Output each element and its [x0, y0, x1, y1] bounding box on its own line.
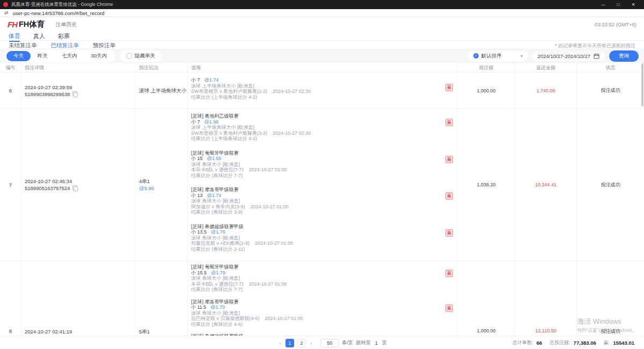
minimize-button[interactable]: —: [596, 0, 611, 9]
site-favicon-icon: [3, 2, 8, 7]
filter-7days[interactable]: 七天内: [55, 51, 84, 61]
tab-live[interactable]: 真人: [33, 32, 45, 40]
total-win-value: 15543.01: [613, 340, 634, 346]
per-page-label: 条/页: [342, 339, 353, 346]
bet-leg: [足球] 奥地利乙级联赛 小 7@1.96 滚球 上半场角球大小 [欧洲盘] S…: [191, 113, 457, 142]
summary-totals: 总计单数: 66 总投注额: 77,383.06 赢: 15543.01: [513, 336, 639, 349]
browser-titlebar: 凤凰体育-亚洲在线体育竞猜优选 - Google Chrome — □ ✕: [0, 0, 644, 9]
play-total-odds: @9.96: [139, 185, 154, 192]
filter-bar: 今天 昨天 七天内 30天内 隐藏串关 ✓ 默认排序 ▾ 2024/10/27-…: [0, 48, 644, 63]
payout-amount: 10,344.41: [515, 109, 577, 260]
sort-icon: ✓: [473, 53, 479, 59]
leg-result-badge: 赢: [445, 229, 453, 237]
tab-switch-icon[interactable]: ⇄: [4, 10, 9, 16]
col-header-amount: 投注额: [458, 63, 515, 72]
tab-lottery[interactable]: 彩票: [58, 32, 70, 40]
leg-market: 滚球 角球大小 [欧洲盘]: [191, 275, 457, 281]
bet-id: 5189905163797524: [25, 185, 70, 191]
leg-result: 结果比分 (角球比分 7-7): [191, 287, 457, 293]
close-button[interactable]: ✕: [626, 0, 641, 9]
bet-leg: [足球] 葡萄牙甲级联赛 小 15@1.66 滚球 角球大小 [欧洲盘] 本菲卡…: [191, 150, 457, 179]
leg-selection: 小 13.5: [191, 229, 207, 235]
total-count-value: 66: [537, 340, 543, 346]
server-clock: 03:33:52 (GMT+8): [595, 21, 636, 27]
bet-leg: [足球] 葡萄牙甲级联赛 小 15.5@1.79 滚球 角球大小 [欧洲盘] 本…: [191, 264, 457, 293]
tab-sports[interactable]: 体育: [9, 32, 20, 40]
address-url[interactable]: user-pc-new.14r53786.com/#/bet_record: [13, 10, 105, 16]
scrollbar-thumb[interactable]: [641, 63, 643, 106]
filter-today[interactable]: 今天: [6, 51, 31, 61]
total-amount-value: 77,383.06: [574, 340, 596, 346]
page-2-button[interactable]: 2: [297, 339, 306, 347]
col-header-detail: 投注详情: [21, 63, 136, 72]
logo-text: FH体育: [19, 19, 45, 30]
screen: 凤凰体育-亚洲在线体育竞猜优选 - Google Chrome — □ ✕ ⇄ …: [0, 0, 644, 349]
col-header-payout: 返还金额: [515, 63, 577, 72]
jump-page-input[interactable]: 1: [374, 340, 379, 346]
col-header-no: 编号: [0, 63, 21, 72]
leg-odds: @1.74: [207, 193, 222, 198]
copy-icon[interactable]: [72, 91, 77, 97]
table-header-row: 编号 投注详情 投注玩法 选项 投注额 返还金额 状态: [0, 63, 644, 72]
filter-30days[interactable]: 30天内: [84, 51, 114, 61]
leg-match: SW布雷根茨 v 奥地利卢斯滕奥(1-2): [191, 89, 267, 94]
row-number: 8: [0, 261, 21, 336]
option-cell: 小 7@1.74 滚球 上半场角球大小 [欧洲盘] SW布雷根茨 v 奥地利卢斯…: [188, 72, 458, 108]
col-header-option: 选项: [188, 63, 458, 72]
main-tabs: 体育 真人 彩票: [0, 32, 644, 41]
bet-table: 编号 投注详情 投注玩法 选项 投注额 返还金额 状态 6 2024-10-27…: [0, 63, 644, 336]
leg-league: [足球] 奥地利乙级联赛: [191, 113, 457, 119]
search-button[interactable]: 查询: [609, 50, 639, 62]
leg-selection: 小 13: [191, 193, 203, 198]
prev-page-button[interactable]: ‹: [278, 340, 282, 346]
filter-right-group: ✓ 默认排序 ▾ 2024/10/27-2024/10/27 查询: [468, 50, 639, 62]
leg-league: [足球] 摩洛哥甲级联赛: [191, 299, 457, 305]
leg-match: 本菲卡B队 v 通德拉(7-7): [191, 167, 244, 172]
leg-selection: 小 11.5: [191, 304, 206, 310]
filter-yesterday[interactable]: 昨天: [31, 51, 55, 61]
copy-icon[interactable]: [72, 185, 77, 191]
next-page-button[interactable]: ›: [309, 340, 313, 346]
bet-leg: [足球] 摩洛哥甲级联赛 小 13@1.74 滚球 角球大小 [欧洲盘] 阿加迪…: [191, 187, 457, 215]
leg-result-badge: 赢: [445, 156, 453, 163]
play-type-cell: 滚球 上半场角球大小: [136, 72, 188, 108]
watermark-line1: 激活 Windows: [577, 317, 636, 326]
leg-league: [足球] 葡萄牙甲级联赛: [191, 150, 457, 156]
date-range-picker[interactable]: 2024/10/27-2024/10/27: [532, 52, 605, 61]
play-type: 4串1: [139, 178, 154, 185]
table-row: 6 2024-10-27 02:39:59 5189903998299638 滚…: [0, 72, 644, 109]
page-size-input[interactable]: [320, 339, 339, 347]
logo-fh-mark: FH: [8, 20, 17, 29]
leg-odds: @1.76: [211, 229, 225, 235]
sort-select[interactable]: ✓ 默认排序 ▾: [468, 51, 528, 61]
total-count-label: 总计单数:: [513, 339, 533, 346]
option-cell: [足球] 葡萄牙甲级联赛 小 15.5@1.79 滚球 角球大小 [欧洲盘] 本…: [188, 261, 458, 336]
option-cell: [足球] 奥地利乙级联赛 小 7@1.96 滚球 上半场角球大小 [欧洲盘] S…: [188, 109, 458, 260]
table-row: 7 2024-10-27 02:46:34 5189905163797524 4…: [0, 109, 644, 261]
payout-amount: 12,110.50: [515, 261, 577, 336]
leg-odds: @1.96: [204, 119, 219, 125]
col-header-status: 状态: [577, 63, 644, 72]
bet-time: 2024-10-27 02:39:59: [25, 84, 77, 91]
page-1-button[interactable]: 1: [286, 339, 294, 347]
leg-market: 滚球 角球大小 [欧洲盘]: [191, 198, 457, 204]
leg-result: 结果比分 (角球比分 3-9): [191, 209, 457, 215]
row-number: 7: [0, 109, 21, 260]
date-range-pills: 今天 昨天 七天内 30天内: [5, 50, 115, 62]
play-type: 5串1: [139, 328, 157, 335]
content-area: 今天 昨天 七天内 30天内 隐藏串关 ✓ 默认排序 ▾ 2024/10/27-…: [0, 48, 644, 336]
status-badge: 投注成功: [577, 109, 644, 260]
leg-odds: @1.70: [210, 304, 225, 310]
hide-parlay-checkbox[interactable]: [127, 53, 132, 59]
date-range-value: 2024/10/27-2024/10/27: [538, 53, 590, 59]
bet-id: 5189903998299638: [25, 91, 70, 97]
leg-match: 阿加迪尔 v 角帝内克(3-9): [191, 204, 245, 209]
leg-match-time: 2024-10-27 02:30: [273, 89, 311, 94]
leg-selection: 小 7: [191, 77, 200, 83]
bet-amount: 1,000.00: [458, 72, 515, 108]
hide-parlay-toggle[interactable]: 隐藏串关: [120, 50, 162, 62]
maximize-button[interactable]: □: [611, 0, 626, 9]
leg-selection: 小 15.5: [191, 270, 207, 275]
leg-result: 结果比分 (角球比分 4-6): [191, 322, 457, 328]
leg-selection: 小 15: [191, 156, 203, 161]
